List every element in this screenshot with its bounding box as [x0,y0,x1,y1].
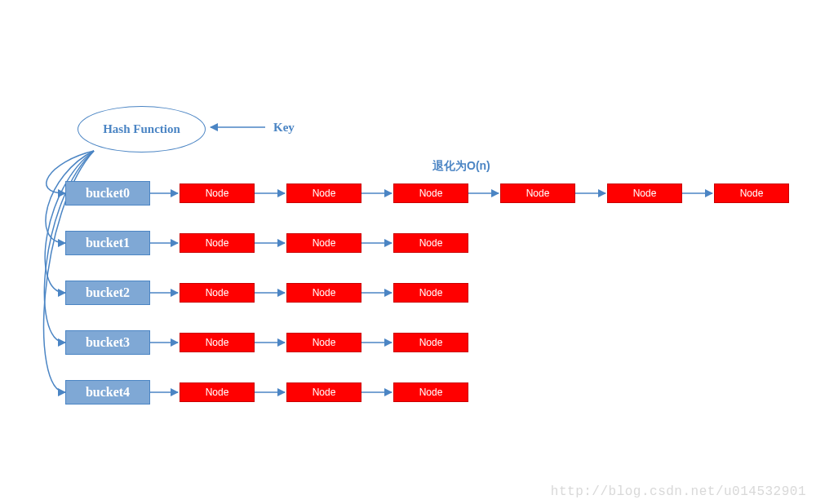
node-label: Node [313,188,336,199]
node-label: Node [419,387,443,398]
node: Node [500,183,575,203]
node-label: Node [526,188,550,199]
node: Node [180,283,255,303]
node-label: Node [740,188,764,199]
node-label: Node [313,387,336,398]
node-label: Node [206,287,229,298]
node: Node [607,183,682,203]
node: Node [393,233,468,253]
node: Node [286,283,361,303]
key-label: Key [273,121,295,135]
node: Node [286,333,361,352]
node: Node [286,382,361,402]
node-label: Node [206,337,229,348]
node-label: Node [419,237,443,249]
bucket-4: bucket4 [65,380,150,405]
node-label: Node [313,287,336,298]
node-label: Node [313,237,336,249]
node-label: Node [313,337,336,348]
bucket-2: bucket2 [65,281,150,305]
bucket-0: bucket0 [65,181,150,206]
node: Node [180,382,255,402]
degradation-annotation: 退化为O(n) [432,159,490,174]
node-label: Node [419,337,443,348]
node: Node [714,183,789,203]
bucket-label: bucket3 [86,335,130,350]
node-label: Node [206,188,229,199]
node: Node [180,333,255,352]
node-label: Node [419,188,443,199]
node: Node [286,183,361,203]
node: Node [180,183,255,203]
bucket-1: bucket1 [65,231,150,255]
node: Node [180,233,255,253]
hash-function-label: Hash Function [103,122,180,136]
node-label: Node [419,287,443,298]
bucket-label: bucket2 [86,285,130,300]
bucket-3: bucket3 [65,330,150,355]
node-label: Node [206,387,229,398]
node-label: Node [633,188,657,199]
node: Node [393,183,468,203]
node: Node [393,333,468,352]
node-label: Node [206,237,229,249]
node: Node [393,382,468,402]
hash-function-ellipse: Hash Function [78,106,206,153]
node: Node [286,233,361,253]
bucket-label: bucket1 [86,236,130,250]
bucket-label: bucket0 [86,186,130,201]
node: Node [393,283,468,303]
watermark: http://blog.csdn.net/u014532901 [551,484,806,499]
bucket-label: bucket4 [86,385,130,400]
